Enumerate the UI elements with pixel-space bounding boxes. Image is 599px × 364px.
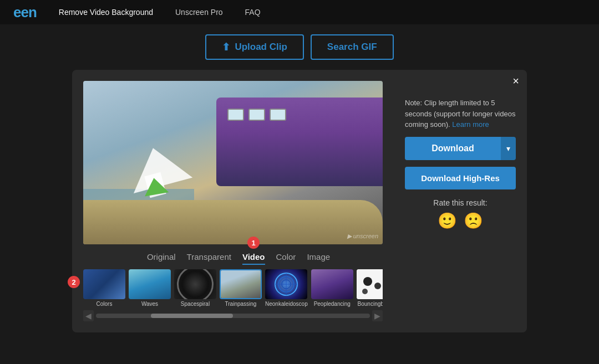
tabs-row: Original Transparent 1 Video Color Image xyxy=(83,250,394,264)
rate-label: Rate this result: xyxy=(433,198,487,207)
learn-more-link[interactable]: Learn more xyxy=(452,120,489,129)
scroll-right-arrow[interactable]: ▶ xyxy=(372,310,383,321)
thumb-spiral-visual xyxy=(174,269,216,299)
nav-remove-video-bg[interactable]: Remove Video Background xyxy=(59,8,153,17)
download-dropdown-button[interactable]: ▾ xyxy=(501,137,516,160)
upload-clip-label: Upload Clip xyxy=(235,42,287,53)
thumb-wrapper-berries: Bouncingberries xyxy=(357,269,383,307)
thumb-wrapper-people: Peopledancing xyxy=(311,269,353,307)
main-content: ⬆ Upload Clip Search GIF × xyxy=(0,24,599,332)
nav-faq[interactable]: FAQ xyxy=(245,8,261,17)
tab-badge: 1 xyxy=(247,237,260,249)
thumb-colors-label: Colors xyxy=(83,301,125,307)
rate-positive-icon[interactable]: 🙂 xyxy=(438,212,457,230)
thumbnail-badge: 2 xyxy=(68,276,80,288)
thumbnail-scrollbar: ◀ ▶ xyxy=(83,310,383,321)
thumb-people-label: Peopledancing xyxy=(311,301,353,307)
video-section: ▶ unscreen Original Transparent 1 Video … xyxy=(83,81,394,321)
thumb-wrapper-spiral: Spacespiral xyxy=(174,269,216,307)
thumb-wrapper-train: Trainpassing xyxy=(220,269,262,307)
thumb-colors-visual xyxy=(83,269,125,299)
thumb-train[interactable] xyxy=(220,269,262,299)
train-window-2 xyxy=(248,109,265,121)
tab-transparent[interactable]: Transparent xyxy=(187,250,231,264)
action-buttons: ⬆ Upload Clip Search GIF xyxy=(205,34,393,60)
upload-clip-button[interactable]: ⬆ Upload Clip xyxy=(205,34,303,60)
thumb-wrapper-neon: Neonkaleidoscop xyxy=(265,269,308,307)
sidebar: Note: Clip length limited to 5 seconds (… xyxy=(405,81,516,321)
svg-point-6 xyxy=(363,277,372,286)
train-visual xyxy=(216,98,383,186)
download-button[interactable]: Download xyxy=(405,137,501,160)
rate-section: Rate this result: 🙂 🙁 xyxy=(405,198,516,230)
download-split-button: Download ▾ xyxy=(405,137,516,160)
nav-unscreen-pro[interactable]: Unscreen Pro xyxy=(175,8,223,17)
video-background: ▶ unscreen xyxy=(83,81,383,244)
tab-video[interactable]: 1 Video xyxy=(242,250,265,264)
tab-original[interactable]: Original xyxy=(147,250,176,264)
thumb-neon[interactable] xyxy=(265,269,307,299)
thumb-waves-label: Waves xyxy=(129,301,171,307)
thumb-waves-visual xyxy=(129,269,171,299)
brand-logo: een xyxy=(13,4,37,21)
tab-video-label: Video xyxy=(242,252,265,262)
brand-text: een xyxy=(13,4,37,20)
berries-svg xyxy=(357,269,383,299)
scroll-track[interactable] xyxy=(96,314,370,318)
search-gif-label: Search GIF xyxy=(327,42,377,52)
thumb-spiral-label: Spacespiral xyxy=(174,301,216,307)
thumb-people-visual xyxy=(311,269,353,299)
upload-icon: ⬆ xyxy=(222,41,230,53)
svg-point-9 xyxy=(362,289,368,294)
thumb-neon-visual xyxy=(265,269,307,299)
note-text: Note: Clip length limited to 5 seconds (… xyxy=(405,98,516,130)
scroll-thumb xyxy=(151,314,233,318)
download-hires-button[interactable]: Download High-Res xyxy=(405,167,516,189)
scroll-left-arrow[interactable]: ◀ xyxy=(83,310,94,321)
thumb-berries[interactable] xyxy=(357,269,383,299)
thumb-wrapper-waves: Waves xyxy=(129,269,171,307)
thumb-waves[interactable] xyxy=(129,269,171,299)
search-gif-button[interactable]: Search GIF xyxy=(311,34,394,60)
thumb-wrapper-colors: Colors xyxy=(83,269,125,307)
thumb-train-visual xyxy=(221,270,261,298)
thumbnail-row: Colors Waves Spacespiral xyxy=(83,269,383,307)
content-panel: × xyxy=(72,70,527,332)
neon-svg xyxy=(265,269,307,299)
rate-negative-icon[interactable]: 🙁 xyxy=(464,212,483,230)
thumb-berries-label: Bouncingberries xyxy=(357,301,383,307)
cliff-visual xyxy=(83,200,383,244)
train-windows xyxy=(227,109,286,121)
thumb-train-label: Trainpassing xyxy=(220,301,262,307)
watermark: ▶ unscreen xyxy=(347,233,378,240)
thumb-neon-label: Neonkaleidoscop xyxy=(265,301,308,307)
chevron-down-icon: ▾ xyxy=(506,144,510,153)
svg-point-7 xyxy=(374,283,381,289)
thumb-colors[interactable] xyxy=(83,269,125,299)
rate-icons: 🙂 🙁 xyxy=(438,212,483,230)
thumb-berries-visual xyxy=(357,269,383,299)
close-button[interactable]: × xyxy=(512,75,519,86)
thumb-people[interactable] xyxy=(311,269,353,299)
video-frame: ▶ unscreen xyxy=(83,81,383,244)
tab-color[interactable]: Color xyxy=(276,250,296,264)
train-window-3 xyxy=(270,109,286,121)
tab-image[interactable]: Image xyxy=(307,250,330,264)
train-window-1 xyxy=(227,109,244,121)
navbar: een Remove Video Background Unscreen Pro… xyxy=(0,0,599,24)
thumb-spiral[interactable] xyxy=(174,269,216,299)
